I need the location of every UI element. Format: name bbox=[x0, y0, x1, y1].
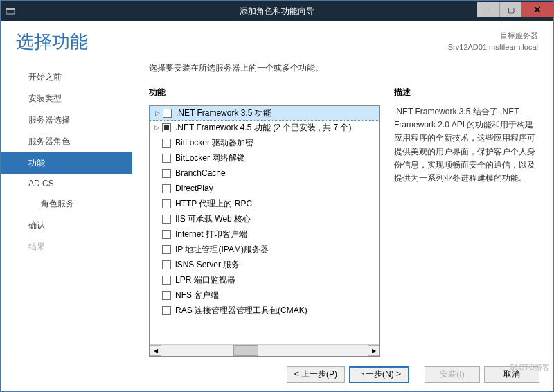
svg-rect-1 bbox=[6, 8, 15, 10]
nav-sidebar: 开始之前 安装类型 服务器选择 服务器角色 功能 AD CS 角色服务 确认 结… bbox=[1, 58, 132, 357]
feature-checkbox[interactable] bbox=[162, 260, 171, 269]
feature-checkbox[interactable] bbox=[162, 154, 171, 163]
window-buttons: ─ ▢ ✕ bbox=[477, 5, 553, 17]
nav-results: 结果 bbox=[1, 236, 132, 258]
feature-label: IP 地址管理(IPAM)服务器 bbox=[175, 244, 269, 256]
feature-row[interactable]: ▷.NET Framework 4.5 功能 (2 个已安装 , 共 7 个) bbox=[150, 120, 379, 135]
feature-row[interactable]: ▷.NET Framework 3.5 功能 bbox=[150, 106, 379, 121]
app-icon bbox=[1, 6, 20, 16]
feature-label: RAS 连接管理器管理工具包(CMAK) bbox=[175, 305, 307, 317]
feature-checkbox[interactable] bbox=[162, 123, 171, 132]
feature-checkbox[interactable] bbox=[162, 139, 171, 148]
feature-row[interactable]: ▷IP 地址管理(IPAM)服务器 bbox=[150, 242, 379, 257]
feature-row[interactable]: ▷RAS 连接管理器管理工具包(CMAK) bbox=[150, 303, 379, 318]
footer: < 上一步(P) 下一步(N) > 安装(I) 取消 bbox=[1, 357, 553, 391]
feature-row[interactable]: ▷DirectPlay bbox=[150, 181, 379, 196]
watermark: 51CTO博客 bbox=[510, 362, 550, 373]
minimize-button[interactable]: ─ bbox=[477, 2, 499, 17]
feature-row[interactable]: ▷Internet 打印客户端 bbox=[150, 226, 379, 242]
instruction-text: 选择要安装在所选服务器上的一个或多个功能。 bbox=[149, 62, 539, 74]
description-label: 描述 bbox=[394, 87, 539, 98]
feature-checkbox[interactable] bbox=[162, 291, 171, 300]
horizontal-scrollbar[interactable]: ◀ ▶ bbox=[150, 344, 379, 356]
feature-label: NFS 客户端 bbox=[175, 289, 219, 301]
feature-label: DirectPlay bbox=[175, 184, 213, 193]
feature-checkbox[interactable] bbox=[162, 276, 171, 285]
content-columns: 功能 ▷.NET Framework 3.5 功能▷.NET Framework… bbox=[149, 87, 539, 357]
feature-label: HTTP 代理上的 RPC bbox=[175, 198, 252, 210]
previous-button[interactable]: < 上一步(P) bbox=[287, 366, 345, 383]
nav-confirmation[interactable]: 确认 bbox=[1, 215, 132, 236]
feature-checkbox[interactable] bbox=[163, 109, 172, 118]
titlebar: 添加角色和功能向导 ─ ▢ ✕ bbox=[1, 1, 553, 21]
feature-label: BitLocker 驱动器加密 bbox=[175, 137, 253, 149]
feature-label: BitLocker 网络解锁 bbox=[175, 152, 245, 164]
nav-install-type[interactable]: 安装类型 bbox=[1, 88, 132, 109]
page-title: 选择功能 bbox=[16, 30, 88, 54]
header: 选择功能 目标服务器 Srv12AD01.msftlearn.local bbox=[1, 21, 553, 58]
feature-row[interactable]: ▷IIS 可承载 Web 核心 bbox=[150, 211, 379, 226]
feature-checkbox[interactable] bbox=[162, 169, 171, 178]
scroll-left-arrow[interactable]: ◀ bbox=[150, 345, 161, 356]
feature-checkbox[interactable] bbox=[162, 230, 171, 239]
wizard-window: 添加角色和功能向导 ─ ▢ ✕ 选择功能 目标服务器 Srv12AD01.msf… bbox=[0, 0, 554, 392]
features-label: 功能 bbox=[149, 87, 380, 98]
feature-label: iSNS Server 服务 bbox=[175, 259, 240, 271]
feature-row[interactable]: ▷NFS 客户端 bbox=[150, 287, 379, 303]
nav-ad-cs[interactable]: AD CS bbox=[1, 174, 132, 193]
feature-row[interactable]: ▷iSNS Server 服务 bbox=[150, 257, 379, 272]
feature-row[interactable]: ▷BranchCache bbox=[150, 166, 379, 181]
close-button[interactable]: ✕ bbox=[521, 2, 553, 17]
feature-row[interactable]: ▷LPR 端口监视器 bbox=[150, 272, 379, 287]
scroll-thumb[interactable] bbox=[233, 345, 258, 356]
maximize-button[interactable]: ▢ bbox=[499, 2, 521, 17]
scroll-track[interactable] bbox=[161, 345, 368, 356]
nav-server-roles[interactable]: 服务器角色 bbox=[1, 131, 132, 152]
feature-checkbox[interactable] bbox=[162, 184, 171, 193]
body: 开始之前 安装类型 服务器选择 服务器角色 功能 AD CS 角色服务 确认 结… bbox=[1, 58, 553, 357]
nav-features[interactable]: 功能 bbox=[1, 152, 132, 174]
feature-label: .NET Framework 3.5 功能 bbox=[176, 107, 271, 119]
nav-role-services[interactable]: 角色服务 bbox=[1, 193, 132, 215]
feature-checkbox[interactable] bbox=[162, 245, 171, 254]
feature-label: Internet 打印客户端 bbox=[175, 229, 247, 240]
features-column: 功能 ▷.NET Framework 3.5 功能▷.NET Framework… bbox=[149, 87, 380, 357]
target-server: Srv12AD01.msftlearn.local bbox=[448, 42, 538, 53]
target-label: 目标服务器 bbox=[448, 30, 538, 42]
expand-icon[interactable]: ▷ bbox=[153, 109, 161, 116]
feature-row[interactable]: ▷BitLocker 驱动器加密 bbox=[150, 135, 379, 150]
feature-checkbox[interactable] bbox=[162, 306, 171, 315]
feature-row[interactable]: ▷BitLocker 网络解锁 bbox=[150, 150, 379, 166]
feature-label: LPR 端口监视器 bbox=[175, 274, 235, 286]
next-button[interactable]: 下一步(N) > bbox=[349, 366, 409, 383]
window-title: 添加角色和功能向导 bbox=[240, 6, 314, 17]
feature-checkbox[interactable] bbox=[162, 215, 171, 224]
features-tree-container: ▷.NET Framework 3.5 功能▷.NET Framework 4.… bbox=[149, 105, 380, 357]
install-button: 安装(I) bbox=[425, 366, 480, 383]
main-content: 选择要安装在所选服务器上的一个或多个功能。 功能 ▷.NET Framework… bbox=[132, 58, 553, 357]
scroll-right-arrow[interactable]: ▶ bbox=[368, 345, 379, 356]
description-column: 描述 .NET Framework 3.5 结合了 .NET Framework… bbox=[394, 87, 539, 357]
feature-label: BranchCache bbox=[175, 168, 226, 178]
feature-row[interactable]: ▷HTTP 代理上的 RPC bbox=[150, 196, 379, 211]
expand-icon[interactable]: ▷ bbox=[152, 124, 161, 131]
feature-label: .NET Framework 4.5 功能 (2 个已安装 , 共 7 个) bbox=[175, 122, 351, 134]
nav-server-selection[interactable]: 服务器选择 bbox=[1, 109, 132, 131]
feature-checkbox[interactable] bbox=[162, 199, 171, 208]
features-tree[interactable]: ▷.NET Framework 3.5 功能▷.NET Framework 4.… bbox=[150, 106, 379, 344]
target-server-info: 目标服务器 Srv12AD01.msftlearn.local bbox=[448, 30, 538, 53]
nav-before-begin[interactable]: 开始之前 bbox=[1, 66, 132, 88]
feature-label: IIS 可承载 Web 核心 bbox=[175, 213, 251, 225]
description-text: .NET Framework 3.5 结合了 .NET Framework 2.… bbox=[394, 105, 539, 185]
